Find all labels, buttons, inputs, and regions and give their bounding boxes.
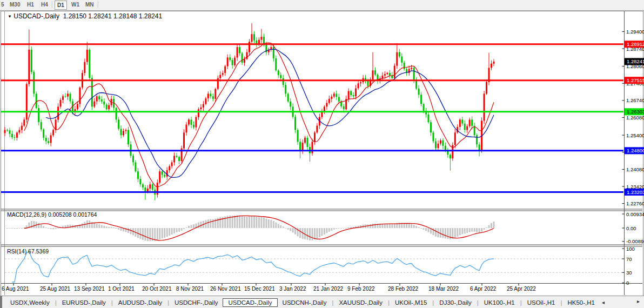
svg-text:13 Sep 2021: 13 Sep 2021 (74, 286, 105, 292)
tab-usdx-weekly[interactable]: USDX,Weekly (5, 298, 55, 307)
rsi-label: RSI(14) 67.5369 (7, 248, 49, 255)
tab-audusd-daily[interactable]: AUDUSD-,Daily (113, 298, 167, 307)
svg-text:3 Jan 2022: 3 Jan 2022 (279, 286, 306, 292)
price-axis[interactable]: 1.294001.287401.280601.274001.267401.260… (622, 29, 644, 286)
svg-text:21 Jan 2022: 21 Jan 2022 (313, 286, 343, 292)
svg-text:0.009345: 0.009345 (626, 211, 644, 217)
svg-text:30: 30 (626, 270, 632, 276)
svg-text:1.26303: 1.26303 (627, 109, 644, 115)
rsi-line (12, 251, 494, 282)
svg-text:28 Feb 2022: 28 Feb 2022 (388, 286, 419, 292)
rsi-value: 67.5369 (28, 248, 49, 255)
svg-text:1.27515: 1.27515 (627, 77, 644, 83)
svg-text:6 Apr 2022: 6 Apr 2022 (470, 286, 497, 292)
svg-text:1.29400: 1.29400 (626, 29, 644, 35)
svg-text:100: 100 (626, 246, 635, 252)
svg-text:1.23420: 1.23420 (626, 184, 644, 190)
tab-ukoil-m15[interactable]: UKOil-,M15 (390, 298, 432, 307)
time-axis[interactable]: 6 Aug 202125 Aug 202113 Sep 20211 Oct 20… (2, 284, 536, 292)
svg-text:1.28241: 1.28241 (627, 58, 644, 64)
svg-text:26 Nov 2021: 26 Nov 2021 (210, 286, 241, 292)
tab-usdchf-daily[interactable]: USDCHF-,Daily (170, 298, 223, 307)
mt4-app-window: 5 M30 H1 H4 D1 W1 MN 1.294001.287401.280… (0, 0, 644, 308)
tab-uk100-h1[interactable]: UK100-,H1 (479, 298, 520, 307)
svg-text:6 Aug 2021: 6 Aug 2021 (2, 286, 29, 292)
svg-text:1.24800: 1.24800 (627, 148, 644, 153)
macd-label: MACD(12,26,9) 0.005208 0.001764 (7, 211, 97, 218)
macd-name: MACD(12,26,9) (7, 211, 46, 218)
tab-scroll-left-icon[interactable]: ◂ (600, 299, 607, 305)
macd-values: 0.005208 0.001764 (48, 211, 97, 218)
rsi-name: RSI(14) (7, 248, 26, 255)
svg-text:20 Oct 2021: 20 Oct 2021 (142, 286, 172, 292)
chart-canvas[interactable]: 1.294001.287401.280601.274001.267401.260… (0, 0, 644, 308)
svg-text:18 Mar 2022: 18 Mar 2022 (428, 286, 459, 292)
svg-text:1.26080: 1.26080 (626, 115, 644, 120)
tab-xauusd-daily[interactable]: XAUUSD-,Daily (334, 298, 387, 307)
svg-text:25 Aug 2021: 25 Aug 2021 (40, 286, 71, 292)
tab-usdcad-daily[interactable]: USDCAD-,Daily (223, 298, 277, 307)
svg-text:1.26740: 1.26740 (626, 97, 644, 103)
symbol-dropdown-icon[interactable]: ▼ (8, 14, 12, 19)
svg-text:1.28912: 1.28912 (627, 41, 644, 47)
chart-title[interactable]: ▼ USDCAD-,Daily 1.28150 1.28241 1.28148 … (8, 12, 162, 20)
chart-ohlc-values: 1.28150 1.28241 1.28148 1.28241 (63, 12, 163, 20)
svg-text:0.00: 0.00 (626, 225, 636, 231)
svg-text:1.23203: 1.23203 (627, 189, 644, 195)
svg-text:9 Feb 2022: 9 Feb 2022 (347, 286, 375, 292)
tab-usdcnh-daily[interactable]: USDCNH-,Daily (278, 298, 332, 307)
svg-text:1.25400: 1.25400 (626, 132, 644, 138)
svg-text:70: 70 (626, 256, 632, 262)
svg-text:15 Dec 2021: 15 Dec 2021 (244, 286, 275, 292)
tab-eurusd-daily[interactable]: EURUSD-,Daily (57, 298, 111, 307)
macd-histogram (6, 215, 495, 241)
tab-strip-left-edge (0, 296, 2, 308)
svg-text:-0.00890: -0.00890 (626, 238, 644, 244)
svg-text:0: 0 (626, 280, 629, 286)
svg-text:1 Oct 2021: 1 Oct 2021 (108, 286, 135, 292)
tab-dj30-daily[interactable]: DJ30-,Daily (434, 298, 476, 307)
tab-hk50-h1[interactable]: HK50-,H1 (562, 298, 600, 307)
svg-text:1.24080: 1.24080 (626, 166, 644, 172)
tab-usoil-h1[interactable]: USOil-,H1 (522, 298, 560, 307)
svg-text:1.22760: 1.22760 (626, 200, 644, 206)
svg-text:25 Apr 2022: 25 Apr 2022 (507, 286, 536, 292)
panel-dividers (1, 11, 642, 295)
svg-text:8 Nov 2021: 8 Nov 2021 (176, 286, 204, 292)
tab-scroll-right-icon[interactable]: ▸ (635, 298, 642, 304)
chart-symbol-period: USDCAD-,Daily (14, 12, 59, 20)
symbol-tab-bar: USDX,Weekly|EURUSD-,Daily|AUDUSD-,Daily|… (0, 296, 644, 308)
ma-fast-line (24, 43, 494, 187)
